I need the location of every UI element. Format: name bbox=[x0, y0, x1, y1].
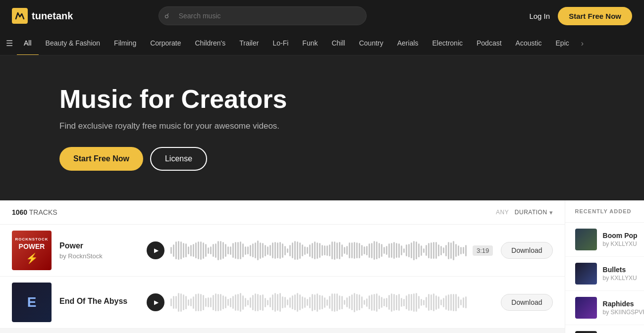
list-item[interactable]: Bullets by KXLLYXU bbox=[565, 257, 644, 291]
play-icon: ▶ bbox=[154, 247, 159, 254]
recent-info: Boom Pop by KXLLYXU bbox=[603, 232, 644, 247]
download-button[interactable]: Download bbox=[501, 242, 552, 259]
waveform bbox=[170, 241, 467, 259]
play-button[interactable]: ▶ bbox=[147, 293, 164, 311]
nav-item-childrens[interactable]: Children's bbox=[188, 32, 232, 55]
recent-artist: by SKIINGSPVR bbox=[603, 309, 644, 316]
nav-item-trailer[interactable]: Trailer bbox=[232, 32, 266, 55]
nav-item-filming[interactable]: Filming bbox=[107, 32, 143, 55]
start-free-header-button[interactable]: Start Free Now bbox=[558, 7, 632, 25]
nav-item-country[interactable]: Country bbox=[352, 32, 390, 55]
track-info: End Of The Abyss bbox=[59, 297, 139, 308]
recent-thumbnail bbox=[575, 297, 597, 319]
recent-thumbnail bbox=[575, 229, 597, 250]
track-thumbnail: E bbox=[12, 283, 52, 322]
track-player: ▶ 3:19 bbox=[147, 241, 493, 259]
hero-subtitle: Find exclusive royalty free music for yo… bbox=[59, 121, 585, 131]
nav-item-aerials[interactable]: Aerials bbox=[390, 32, 426, 55]
recent-info: Raphides by SKIINGSPVR bbox=[603, 300, 644, 316]
recent-thumbnail bbox=[575, 263, 597, 285]
track-artist: by RocknStock bbox=[59, 252, 139, 260]
list-item[interactable]: Raphides by SKIINGSPVR bbox=[565, 291, 644, 325]
hero-buttons: Start Free Now License bbox=[59, 147, 585, 171]
hero-start-free-button[interactable]: Start Free Now bbox=[59, 147, 143, 171]
nav-item-acoustic[interactable]: Acoustic bbox=[509, 32, 549, 55]
track-duration: 3:19 bbox=[473, 245, 493, 256]
hero-license-button[interactable]: License bbox=[150, 147, 207, 171]
logo[interactable]: tunetank bbox=[12, 8, 73, 24]
track-player: ▶ bbox=[147, 293, 493, 311]
track-title: Power bbox=[59, 241, 139, 250]
nav-item-corporate[interactable]: Corporate bbox=[143, 32, 188, 55]
list-item[interactable]: Oblivious bbox=[565, 325, 644, 333]
duration-filter[interactable]: ANY DURATION ▾ bbox=[496, 209, 553, 216]
nav-item-funk[interactable]: Funk bbox=[295, 32, 324, 55]
list-item[interactable]: Boom Pop by KXLLYXU bbox=[565, 223, 644, 257]
chevron-down-icon: ▾ bbox=[549, 209, 553, 216]
track-info: Power by RocknStock bbox=[59, 241, 139, 260]
nav-item-podcast[interactable]: Podcast bbox=[470, 32, 509, 55]
nav-item-electronic[interactable]: Electronic bbox=[426, 32, 470, 55]
header: tunetank ☌ Log In Start Free Now bbox=[0, 0, 644, 32]
table-row: E End Of The Abyss ▶ Download bbox=[0, 277, 565, 329]
track-thumbnail: ROCKNSTOCK POWER ⚡ bbox=[12, 231, 52, 270]
waveform bbox=[170, 293, 493, 311]
nav-bar: ☰ All Beauty & Fashion Filming Corporate… bbox=[0, 32, 644, 55]
nav-item-epic[interactable]: Epic bbox=[549, 32, 576, 55]
play-button[interactable]: ▶ bbox=[147, 241, 164, 259]
download-button[interactable]: Download bbox=[501, 294, 552, 311]
recent-artist: by KXLLYXU bbox=[603, 275, 644, 282]
recent-thumbnail bbox=[575, 331, 597, 333]
nav-item-chill[interactable]: Chill bbox=[324, 32, 352, 55]
search-input[interactable] bbox=[159, 6, 367, 25]
hero-title: Music for Creators bbox=[59, 85, 585, 113]
hamburger-icon[interactable]: ☰ bbox=[6, 39, 13, 48]
nav-item-all[interactable]: All bbox=[17, 32, 39, 55]
hero-section: Music for Creators Find exclusive royalt… bbox=[0, 55, 644, 200]
recent-title: Raphides bbox=[603, 300, 644, 308]
search-bar: ☌ bbox=[159, 6, 367, 25]
tracks-count: 1060 TRACKS bbox=[12, 208, 57, 216]
sidebar: RECENTLY ADDED Boom Pop by KXLLYXU Bulle… bbox=[565, 200, 644, 333]
nav-item-beauty-fashion[interactable]: Beauty & Fashion bbox=[39, 32, 107, 55]
recent-info: Bullets by KXLLYXU bbox=[603, 266, 644, 282]
search-icon: ☌ bbox=[164, 12, 169, 20]
play-icon: ▶ bbox=[154, 299, 159, 306]
track-title: End Of The Abyss bbox=[59, 297, 139, 306]
recent-title: Bullets bbox=[603, 266, 644, 274]
logo-icon bbox=[12, 8, 28, 24]
logo-text: tunetank bbox=[32, 10, 73, 22]
nav-scroll-right-icon[interactable]: › bbox=[578, 39, 587, 48]
recent-artist: by KXLLYXU bbox=[603, 240, 644, 247]
header-right: Log In Start Free Now bbox=[529, 7, 632, 25]
tracks-header: 1060 TRACKS ANY DURATION ▾ bbox=[0, 200, 565, 225]
recently-added-header: RECENTLY ADDED bbox=[565, 200, 644, 223]
recent-title: Boom Pop bbox=[603, 232, 644, 239]
main-content: 1060 TRACKS ANY DURATION ▾ ROCKNSTOCK PO… bbox=[0, 200, 644, 333]
table-row: ROCKNSTOCK POWER ⚡ Power by RocknStock ▶… bbox=[0, 225, 565, 277]
nav-item-lofi[interactable]: Lo-Fi bbox=[266, 32, 295, 55]
tracks-panel: 1060 TRACKS ANY DURATION ▾ ROCKNSTOCK PO… bbox=[0, 200, 565, 333]
login-button[interactable]: Log In bbox=[529, 12, 550, 20]
